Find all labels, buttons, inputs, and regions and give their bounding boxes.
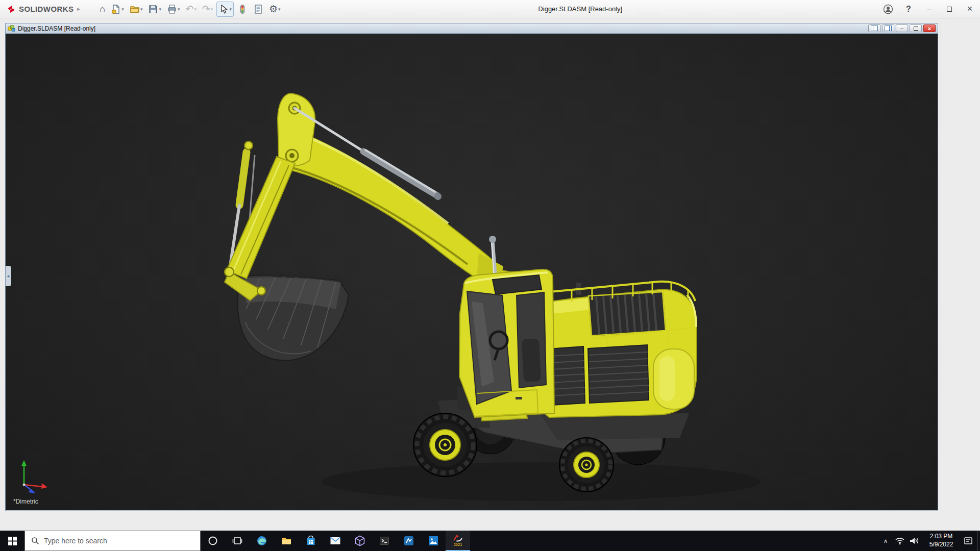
redo-icon: ↷ xyxy=(202,4,210,14)
dropdown-caret-icon[interactable]: ▾ xyxy=(178,7,180,12)
dropdown-caret-icon[interactable]: ▾ xyxy=(211,7,213,12)
undo-button[interactable]: ↶ ▾ xyxy=(183,2,198,17)
solidworks-logo-icon xyxy=(6,4,16,14)
document-restore-button[interactable] xyxy=(910,24,922,32)
save-icon xyxy=(148,4,158,14)
solidworks-app-button[interactable]: 2021 xyxy=(446,531,470,551)
file-properties-button[interactable] xyxy=(251,2,265,17)
split-pane-vertical-button[interactable] xyxy=(868,24,880,32)
edge-icon xyxy=(256,535,267,546)
redo-button[interactable]: ↷ ▾ xyxy=(200,2,215,17)
account-button[interactable] xyxy=(878,0,898,18)
volume-button[interactable] xyxy=(907,531,921,551)
task-view-button[interactable] xyxy=(225,531,250,551)
new-document-button[interactable]: ▾ xyxy=(109,2,126,17)
cortana-icon xyxy=(208,536,218,546)
edge-button[interactable] xyxy=(250,531,274,551)
search-input[interactable] xyxy=(44,537,187,545)
maximize-icon xyxy=(947,7,952,12)
save-button[interactable]: ▾ xyxy=(146,2,163,17)
solidworks-brand: SOLIDWORKS ▸ xyxy=(0,4,84,14)
home-button[interactable]: ⌂ xyxy=(97,2,107,17)
print-icon xyxy=(167,4,177,14)
dropdown-caret-icon[interactable]: ▾ xyxy=(229,7,232,12)
print-button[interactable]: ▾ xyxy=(165,2,182,17)
ground-shadow xyxy=(322,462,761,501)
start-button[interactable] xyxy=(0,531,24,551)
mail-button[interactable] xyxy=(323,531,348,551)
dropdown-caret-icon[interactable]: ▾ xyxy=(278,7,281,12)
photos-button[interactable] xyxy=(421,531,446,551)
solidworks-icon xyxy=(452,534,464,542)
quick-access-toolbar: ⌂ ▾ ▾ xyxy=(97,2,283,17)
volume-icon xyxy=(909,537,919,545)
app-titlebar[interactable]: SOLIDWORKS ▸ ⌂ ▾ ▾ xyxy=(0,0,980,18)
network-button[interactable] xyxy=(893,531,907,551)
open-button[interactable]: ▾ xyxy=(128,2,145,17)
document-minimize-button[interactable]: – xyxy=(896,24,908,32)
document-close-button[interactable]: × xyxy=(923,24,936,32)
options-button[interactable]: ⚙ ▾ xyxy=(267,2,283,17)
brand-chevron-icon[interactable]: ▸ xyxy=(77,6,80,12)
select-cursor-icon xyxy=(218,4,229,14)
excavator-cab[interactable] xyxy=(459,269,554,417)
tray-overflow-button[interactable]: ∧ xyxy=(878,531,893,551)
screen: SOLIDWORKS ▸ ⌂ ▾ ▾ xyxy=(0,0,980,551)
system-tray: ∧ 2:03 PM 5/9/2022 xyxy=(878,531,980,551)
tray-chevron-icon: ∧ xyxy=(884,538,888,544)
dropdown-caret-icon[interactable]: ▾ xyxy=(159,7,161,12)
3d-viewer-button[interactable] xyxy=(348,531,372,551)
solidworks-year-label: 2021 xyxy=(454,543,462,547)
clock-time: 2:03 PM xyxy=(921,533,961,541)
taskbar-clock[interactable]: 2:03 PM 5/9/2022 xyxy=(921,533,961,548)
minimize-button[interactable]: – xyxy=(919,0,939,18)
edrawings-icon xyxy=(403,535,414,546)
close-icon: × xyxy=(967,4,973,14)
task-pane-edge xyxy=(941,23,941,511)
help-icon: ? xyxy=(906,5,911,14)
orientation-triad[interactable] xyxy=(15,457,61,495)
taskbar-search[interactable] xyxy=(24,531,201,551)
edrawings-button[interactable] xyxy=(397,531,421,551)
excavator-model[interactable] xyxy=(6,34,938,510)
home-icon: ⌂ xyxy=(100,4,105,14)
maximize-button[interactable] xyxy=(939,0,960,18)
undo-icon: ↶ xyxy=(185,4,193,14)
options-gear-icon: ⚙ xyxy=(269,4,278,14)
rebuild-button[interactable] xyxy=(235,2,250,17)
dropdown-caret-icon[interactable]: ▾ xyxy=(140,7,143,12)
document-title: Digger.SLDASM [Read-only] xyxy=(18,25,868,32)
help-button[interactable]: ? xyxy=(898,0,919,18)
viewport-3d[interactable]: *Dimetric ◂ xyxy=(6,34,938,510)
collapse-left-icon: ◂ xyxy=(7,273,10,279)
feature-panel-collapse-button[interactable]: ◂ xyxy=(6,266,11,286)
split-pane-horizontal-icon xyxy=(885,26,892,31)
store-icon xyxy=(306,535,316,546)
close-button[interactable]: × xyxy=(960,0,980,18)
terminal-button[interactable] xyxy=(372,531,397,551)
rebuild-traffic-light-icon xyxy=(237,4,248,14)
assembly-document-icon xyxy=(8,24,15,32)
3d-viewer-icon xyxy=(355,535,365,546)
dropdown-caret-icon[interactable]: ▾ xyxy=(121,7,124,12)
search-icon xyxy=(31,537,39,545)
excavator-body[interactable] xyxy=(531,282,697,417)
action-center-button[interactable] xyxy=(961,531,975,551)
windows-taskbar: 2021 ∧ 2:03 PM 5/9/2022 xyxy=(0,531,980,551)
cortana-button[interactable] xyxy=(201,531,225,551)
mail-icon xyxy=(330,536,341,545)
document-titlebar[interactable]: Digger.SLDASM [Read-only] – xyxy=(6,23,938,34)
select-tool-button[interactable]: ▾ xyxy=(216,2,234,17)
dropdown-caret-icon[interactable]: ▾ xyxy=(194,7,197,12)
close-icon: × xyxy=(928,26,931,32)
excavator-bucket[interactable] xyxy=(238,270,349,361)
split-pane-vertical-icon xyxy=(871,26,878,31)
store-button[interactable] xyxy=(299,531,323,551)
terminal-icon xyxy=(379,536,389,546)
document-window: Digger.SLDASM [Read-only] – xyxy=(5,23,938,511)
split-pane-horizontal-button[interactable] xyxy=(882,24,894,32)
file-explorer-button[interactable] xyxy=(274,531,299,551)
engine-grate xyxy=(589,292,666,336)
open-icon xyxy=(130,4,140,14)
show-desktop-button[interactable] xyxy=(977,531,980,551)
